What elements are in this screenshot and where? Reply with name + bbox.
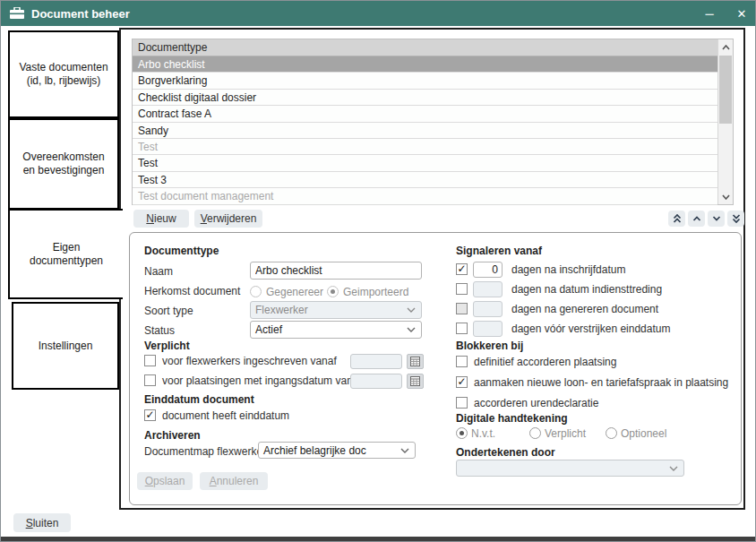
naam-label: Naam: [144, 265, 173, 278]
radio-gegenereerd-label[interactable]: Gegenereerd: [266, 286, 323, 298]
dagen-genereren-label[interactable]: dagen na genereren document: [511, 303, 658, 315]
checkbox-loon-tariefafspraak-label[interactable]: aanmaken nieuwe loon- en tariefafspraak …: [474, 376, 728, 389]
dagen-verstrijken-label[interactable]: dagen vóór verstrijken einddatum: [511, 323, 670, 335]
calendar-icon: [410, 376, 420, 386]
document-beheer-window: Document beheer ─ ✕ Vaste documenten (id…: [0, 0, 756, 542]
tab-overeenkomsten[interactable]: Overeenkomsten en bevestigingen: [8, 118, 119, 210]
checkbox-indiensttreding[interactable]: [456, 283, 468, 295]
tab-vaste-documenten[interactable]: Vaste documenten (id, lb, rijbewijs): [8, 30, 119, 118]
list-item[interactable]: Arbo checklist: [133, 56, 717, 73]
status-label: Status: [144, 324, 175, 337]
chevron-down-icon: [722, 194, 730, 200]
close-button[interactable]: ✕: [727, 1, 756, 26]
checkbox-einddatum-label[interactable]: document heeft einddatum: [162, 409, 289, 422]
soort-type-label: Soort type: [144, 305, 193, 317]
radio-gegenereerd[interactable]: [250, 286, 262, 297]
radio-verplicht[interactable]: [529, 427, 541, 439]
radio-nvt-label[interactable]: N.v.t.: [471, 427, 495, 440]
move-bottom-button[interactable]: [727, 211, 744, 227]
naam-input[interactable]: [250, 262, 422, 280]
list-item[interactable]: Sandy: [133, 123, 717, 139]
checkbox-inschrijfdatum[interactable]: ✓: [456, 263, 468, 275]
tab-label: (id, lb, rijbewijs): [27, 74, 101, 88]
checkbox-definitief-accorderen[interactable]: [456, 356, 468, 367]
checkbox-accorderen-urendeclaratie[interactable]: [456, 397, 468, 409]
move-top-button[interactable]: [668, 211, 685, 227]
tab-eigen-documenttypen[interactable]: Eigen documenttypen: [8, 209, 123, 299]
dagen-inschrijfdatum-label[interactable]: dagen na inschrijfdatum: [511, 263, 625, 276]
plaatsingen-date-input[interactable]: [350, 374, 402, 389]
ondertekenen-label: Ondertekenen door: [456, 446, 555, 459]
dagen-inschrijfdatum-input[interactable]: [473, 262, 503, 278]
flexwerkers-date-input[interactable]: [350, 354, 402, 369]
radio-geimporteerd-label[interactable]: Geimporteerd: [343, 286, 408, 298]
section-digitale-handtekening: Digitale handtekening: [456, 412, 568, 425]
documentmap-label: Documentmap flexwerker: [144, 445, 266, 458]
scroll-down-button[interactable]: [718, 189, 733, 204]
list-item[interactable]: Test: [133, 139, 717, 155]
status-value: Actief: [255, 323, 282, 336]
tab-label: Overeenkomsten: [22, 151, 104, 164]
list-item[interactable]: Checklist digitaal dossier: [133, 90, 717, 106]
scrollbar-thumb[interactable]: [719, 56, 732, 124]
checkbox-loon-tariefafspraak[interactable]: ✓: [456, 376, 468, 388]
check-icon: ✓: [457, 264, 466, 274]
minimize-button[interactable]: ─: [695, 1, 724, 26]
checkbox-plaatsingen-vanaf-label[interactable]: voor plaatsingen met ingangsdatum vanaf: [162, 374, 362, 387]
checkbox-einddatum[interactable]: ✓: [144, 409, 156, 421]
section-blokkeren: Blokkeren bij: [456, 340, 523, 352]
documentmap-select[interactable]: Archief belagrijke doc: [258, 442, 416, 459]
chevron-down-icon: [400, 448, 409, 453]
list-item[interactable]: Test: [133, 155, 717, 171]
dagen-indiensttreding-input[interactable]: [473, 281, 503, 297]
checkbox-definitief-accorderen-label[interactable]: definitief accorderen plaatsing: [474, 356, 616, 368]
checkbox-verstrijken-einddatum[interactable]: [456, 323, 468, 334]
section-einddatum: Einddatum document: [144, 393, 254, 406]
radio-optioneel[interactable]: [606, 427, 617, 439]
section-archiveren: Archiveren: [144, 429, 201, 442]
annuleren-button[interactable]: Annuleren: [200, 472, 268, 490]
checkbox-flexwerkers-vanaf-label[interactable]: voor flexwerkers ingeschreven vanaf: [162, 355, 337, 367]
verwijderen-button[interactable]: Verwijderen: [194, 210, 262, 228]
flexwerkers-calendar-button[interactable]: [407, 354, 424, 369]
checkbox-genereren-document[interactable]: [456, 303, 468, 314]
list-scrollbar[interactable]: [717, 39, 733, 204]
list-item[interactable]: Borgverklaring: [133, 73, 717, 89]
opslaan-button[interactable]: Opslaan: [137, 472, 193, 490]
list-header: Documenttype: [133, 39, 717, 56]
dagen-genereren-input[interactable]: [473, 301, 503, 317]
list-item[interactable]: Test document management: [133, 188, 717, 204]
tab-instellingen[interactable]: Instellingen: [12, 302, 119, 390]
sluiten-button[interactable]: Sluiten: [13, 513, 71, 532]
radio-geimporteerd[interactable]: [327, 286, 339, 297]
chevron-down-icon: [407, 307, 416, 313]
checkbox-accorderen-urendeclaratie-label[interactable]: accorderen urendeclaratie: [474, 397, 598, 409]
dagen-indiensttreding-label[interactable]: dagen na datum indiensttreding: [511, 283, 662, 296]
minimize-icon: ─: [705, 7, 713, 21]
checkbox-flexwerkers-vanaf[interactable]: [144, 355, 156, 366]
bottom-edge: [1, 537, 755, 541]
scroll-up-button[interactable]: [718, 39, 733, 55]
documenttype-list: Documenttype Arbo checklist Borgverklari…: [132, 39, 734, 205]
double-chevron-up-icon: [673, 214, 682, 223]
checkbox-plaatsingen-vanaf[interactable]: [144, 374, 156, 386]
section-signaleren: Signaleren vanaf: [456, 245, 542, 257]
chevron-down-icon: [407, 327, 416, 332]
check-icon: ✓: [457, 377, 466, 387]
calendar-icon: [410, 357, 420, 366]
list-item[interactable]: Test 3: [133, 172, 717, 188]
soort-type-select[interactable]: Flexwerker: [250, 301, 422, 319]
plaatsingen-calendar-button[interactable]: [407, 374, 424, 389]
radio-optioneel-label[interactable]: Optioneel: [621, 427, 666, 440]
nieuw-button[interactable]: Nieuw: [133, 210, 189, 228]
ondertekenen-select[interactable]: [456, 460, 684, 477]
move-up-button[interactable]: [688, 211, 705, 227]
radio-verplicht-label[interactable]: Verplicht: [545, 427, 586, 440]
tab-label: Eigen: [53, 241, 81, 254]
radio-nvt[interactable]: [456, 427, 468, 439]
list-item[interactable]: Contract fase A: [133, 106, 717, 122]
dagen-verstrijken-input[interactable]: [473, 321, 503, 337]
move-down-button[interactable]: [708, 211, 725, 227]
tab-label: en bevestigingen: [23, 164, 105, 177]
status-select[interactable]: Actief: [250, 321, 422, 339]
